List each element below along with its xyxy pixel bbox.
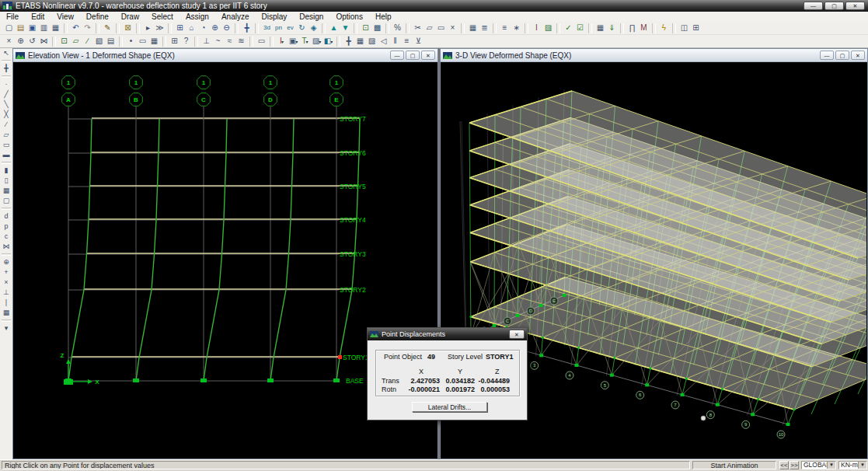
draw-joint-tool-icon[interactable]: · — [1, 79, 12, 89]
rotate-3d-icon[interactable]: ↻ — [297, 23, 307, 33]
draw-floor-icon[interactable]: ▦ — [1, 186, 12, 196]
quick-brace-icon[interactable]: ╳ — [1, 110, 12, 120]
elevation-restore-button[interactable]: ▢ — [406, 51, 420, 60]
show-loads-icon[interactable]: ⇓ — [607, 23, 617, 33]
draw-wall-icon[interactable]: ▮ — [1, 166, 12, 176]
three-d-minimize-button[interactable]: — — [820, 51, 834, 60]
quick-area-icon[interactable]: ▭ — [1, 140, 12, 150]
drift-a-icon[interactable]: d — [1, 211, 12, 222]
save-model-icon[interactable]: ▣ — [27, 23, 37, 33]
rect-area-icon[interactable]: ▬ — [1, 150, 12, 160]
cut-icon[interactable]: ✂ — [413, 23, 423, 33]
named-views-combo[interactable]: ◧▾ — [323, 36, 333, 47]
pan-icon[interactable]: ╋ — [242, 23, 252, 33]
drift-p-icon[interactable]: p — [1, 222, 12, 232]
lateral-drifts-button[interactable]: Lateral Drifts... — [412, 402, 487, 412]
draw-area-tool-icon[interactable]: ▱ — [1, 130, 12, 140]
snap-options-icon[interactable]: ⊞ — [169, 36, 180, 47]
display-tables-icon[interactable]: ▭ — [256, 36, 267, 47]
menu-view[interactable]: View — [51, 12, 80, 22]
frame-sections-combo[interactable]: I▾ — [277, 36, 287, 47]
dropdown-arrow-icon[interactable]: ▾ — [306, 40, 309, 44]
next-step-button[interactable]: >> — [790, 461, 799, 469]
menu-assign[interactable]: Assign — [180, 12, 215, 22]
zoom-in-icon[interactable]: ⊕ — [210, 23, 220, 33]
snap-edge-icon[interactable]: | — [1, 298, 12, 308]
more-tools-icon[interactable]: ▾ — [1, 323, 12, 333]
down-one-story-icon[interactable]: ▼ — [340, 23, 350, 33]
snap-grid-icon[interactable]: ▦ — [1, 308, 12, 318]
menu-options[interactable]: Options — [329, 12, 368, 22]
three-d-window-titlebar[interactable]: 3-D View Deformed Shape (EQX) — ▢ ✕ — [441, 49, 867, 62]
quick-frame-icon[interactable]: ╲ — [1, 99, 12, 110]
assign-frame-icon[interactable]: I — [532, 23, 542, 33]
elevation-close-button[interactable]: ✕ — [421, 51, 435, 60]
quick-wall-icon[interactable]: ▯ — [1, 176, 12, 186]
zoom-out-icon[interactable]: ⊖ — [221, 23, 232, 33]
units-icon[interactable]: % — [392, 23, 403, 33]
dropdown-arrow-icon[interactable]: ▾ — [319, 40, 321, 44]
view-options-icon[interactable]: ▩ — [372, 23, 382, 33]
units-dropdown[interactable]: KN-mm ▼ — [838, 461, 867, 469]
run-options-icon[interactable]: ≫ — [155, 23, 165, 33]
quick-secondary-icon[interactable]: ∕ — [1, 120, 12, 130]
snap-intersections-icon[interactable]: × — [1, 277, 12, 288]
pointer-icon[interactable]: ↖ — [1, 48, 12, 58]
dialog-close-button[interactable]: ✕ — [509, 330, 525, 339]
full-view-icon[interactable]: ⌂ — [186, 23, 197, 33]
overwrite-icon[interactable]: ⊻ — [413, 36, 424, 47]
pause-icon[interactable]: ‖ — [390, 36, 400, 47]
perspective-icon[interactable]: ◈ — [309, 23, 319, 33]
three-d-restore-button[interactable]: ▢ — [835, 51, 849, 60]
check-model-icon[interactable]: ✓ — [563, 23, 573, 33]
design-concrete-icon[interactable]: ◫ — [679, 23, 689, 33]
select-poly-icon[interactable]: ▱ — [71, 36, 81, 47]
menu-help[interactable]: Help — [369, 12, 398, 22]
print-icon[interactable]: ▥ — [39, 23, 49, 33]
print-graphics-icon[interactable]: ▦ — [51, 23, 61, 33]
lock-model-icon[interactable]: ⊠ — [123, 23, 133, 33]
menu-design[interactable]: Design — [293, 12, 329, 22]
maximize-button[interactable]: ▢ — [824, 2, 844, 10]
show-undeformed-icon[interactable]: ⊥ — [201, 36, 211, 47]
prev-step-button[interactable]: << — [779, 461, 789, 469]
dropdown-arrow-icon[interactable]: ▾ — [295, 40, 298, 44]
show-mode-icon[interactable]: ≈ — [225, 36, 235, 47]
menu-define[interactable]: Define — [80, 12, 115, 22]
edit-story-icon[interactable]: ≣ — [479, 23, 490, 33]
previous-zoom-icon[interactable]: ◔ — [198, 23, 208, 33]
undo-icon[interactable]: ↶ — [71, 23, 81, 33]
close-button[interactable]: ✕ — [845, 2, 865, 10]
run-analysis-icon[interactable]: ▸ — [143, 23, 153, 33]
show-grid-lines-icon[interactable]: ▦ — [355, 36, 365, 47]
draw-frame-icon[interactable]: ▭ — [138, 36, 148, 47]
three-d-close-button[interactable]: ✕ — [851, 51, 865, 60]
shrink-objects-icon[interactable]: ⊡ — [361, 23, 371, 33]
mirror-icon[interactable]: ⋈ — [39, 36, 49, 47]
menu-analyze[interactable]: Analyze — [215, 12, 256, 22]
assign-shell-icon[interactable]: ▨ — [543, 23, 553, 33]
dropdown-arrow-icon[interactable]: ▾ — [330, 40, 333, 44]
dropdown-arrow-icon[interactable]: ▾ — [281, 40, 284, 44]
list-results-icon[interactable]: ≡ — [402, 36, 412, 47]
dimension-line-icon[interactable]: ⋈ — [1, 242, 12, 252]
menu-edit[interactable]: Edit — [25, 12, 51, 22]
select-window-icon[interactable]: ⊡ — [59, 36, 69, 47]
draw-frame-tool-icon[interactable]: ╱ — [1, 89, 12, 99]
move-points-icon[interactable]: ⊕ — [16, 36, 26, 47]
section-designer-icon[interactable]: M — [639, 23, 649, 33]
menu-draw[interactable]: Draw — [115, 12, 145, 22]
show-grid-icon[interactable]: ▦ — [595, 23, 605, 33]
align-points-icon[interactable]: ≡ — [500, 23, 510, 33]
elevation-view-icon[interactable]: ev — [285, 23, 295, 33]
menu-select[interactable]: Select — [145, 12, 180, 22]
select-story-icon[interactable]: ▤ — [106, 36, 116, 47]
show-forces-icon[interactable]: ≋ — [236, 36, 246, 47]
rotate-selection-icon[interactable]: ↺ — [27, 36, 37, 47]
edit-pencil-icon[interactable]: ✎ — [103, 23, 113, 33]
menu-display[interactable]: Display — [256, 12, 294, 22]
snap-perpendicular-icon[interactable]: ⊥ — [1, 288, 12, 298]
coord-system-dropdown[interactable]: GLOBAL ▼ — [801, 461, 836, 469]
open-file-icon[interactable]: ▤ — [16, 23, 26, 33]
plan-view-icon[interactable]: pn — [274, 23, 284, 33]
